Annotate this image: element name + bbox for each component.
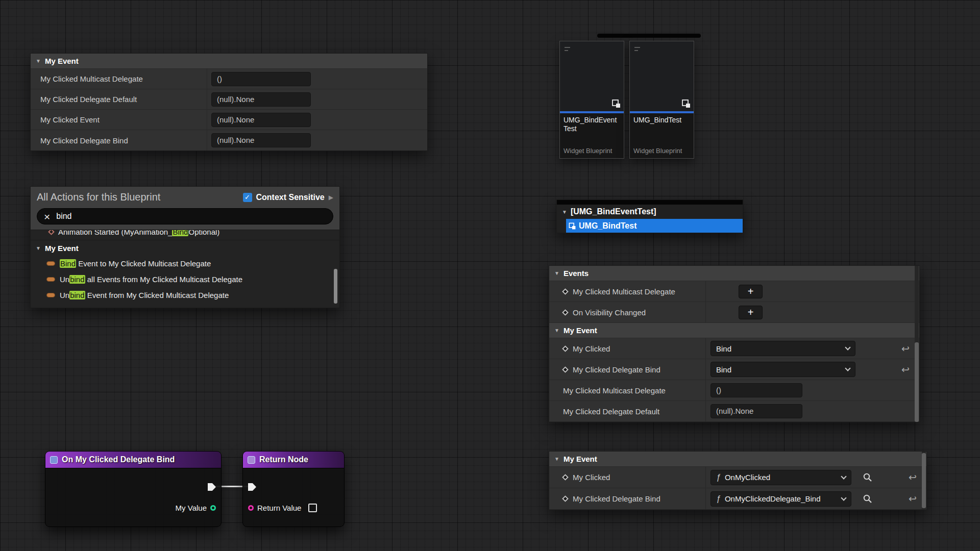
chevron-down-icon [841,473,846,479]
asset-type: Widget Blueprint [633,147,690,155]
search-match-highlight: Bind [60,259,76,268]
event-diamond-icon [562,366,569,373]
event-row: My Clicked Multicast Delegate + [549,281,919,302]
details-panel-function-bindings: ▼ My Event My Clicked ƒ OnMyClicked ↩ My… [549,451,927,510]
chevron-down-icon [841,495,846,500]
actions-menu-header: All Actions for this Blueprint ✓ Context… [31,187,339,230]
content-browser-scrollbar[interactable] [597,34,701,38]
chevron-down-icon [845,365,850,371]
add-event-button[interactable]: + [739,285,763,298]
context-sensitive-checkbox[interactable]: ✓ [243,193,252,202]
scrollbar-thumb[interactable] [334,269,337,304]
bind-dropdown[interactable]: Bind [710,341,855,356]
tree-row-selected[interactable]: UMG_BindTest [557,219,743,233]
reset-to-default-icon[interactable]: ↩ [909,471,917,483]
collapse-triangle-icon: ▼ [562,209,567,215]
category-header-events[interactable]: ▼ Events [549,266,919,281]
property-value-field[interactable]: (null).None [211,113,311,127]
tree-item-label: UMG_BindTest [579,221,636,231]
function-icon: ƒ [716,473,721,482]
asset-thumbnail [560,41,624,111]
bind-dropdown[interactable]: Bind [710,362,855,377]
blueprint-graph-canvas[interactable]: { "icons": { "collapse": "▼", "expand": … [0,0,980,551]
action-item-unbind-event[interactable]: Unbind Event from My Clicked Multicast D… [31,287,339,303]
category-header-my-event[interactable]: ▼ My Event [549,323,919,338]
action-item-unbind-all[interactable]: Unbind all Events from My Clicked Multic… [31,271,339,287]
reset-to-default-icon[interactable]: ↩ [901,343,910,355]
scrollbar-thumb[interactable] [922,453,926,508]
category-header-my-event[interactable]: ▼ My Event [549,452,926,467]
function-dropdown[interactable]: ƒ OnMyClickedDelegate_Bind [710,491,851,507]
actions-category-my-event[interactable]: ▼ My Event [31,240,339,256]
graph-node-return-node[interactable]: Return Node Return Value [242,451,345,527]
clear-search-icon[interactable]: × [44,211,50,222]
category-header-my-event[interactable]: ▼ My Event [31,54,427,69]
property-value-field[interactable]: (null).None [211,92,311,107]
asset-name: UMG_BindTest [633,116,690,124]
binding-row: My Clicked Bind ↩ [549,338,919,359]
detail-row: My Clicked Multicast Delegate () [549,380,919,401]
tree-row-root[interactable]: ▼ [UMG_BindEventTest] [557,205,743,219]
asset-tile-umg-bindtest[interactable]: UMG_BindTest Widget Blueprint [629,41,694,159]
exec-output-pin[interactable] [208,483,216,491]
node-header[interactable]: Return Node [243,452,344,468]
search-query-text: bind [56,212,71,221]
hierarchy-top-bar [557,200,743,205]
context-sensitive-label: Context Sensitive [256,193,325,202]
category-title: My Event [45,57,79,65]
action-item-clipped[interactable]: Animation Started (MyAnimation_BindOptio… [31,230,339,240]
function-icon: ƒ [716,494,721,504]
actions-result-list: Animation Started (MyAnimation_BindOptio… [31,230,339,308]
reset-to-default-icon[interactable]: ↩ [909,493,917,505]
asset-name: UMG_BindEventTest [564,116,620,133]
exec-input-pin[interactable] [248,483,256,491]
property-value-field[interactable]: (null).None [211,133,311,147]
thumbnail-detail [634,50,638,51]
expand-arrow-icon[interactable]: ▶ [329,194,333,201]
node-header[interactable]: On My Clicked Delegate Bind [45,452,221,468]
thumbnail-detail [565,50,568,51]
browse-to-function-icon[interactable] [863,494,872,504]
event-diamond-icon [562,309,569,316]
browse-to-function-icon[interactable] [863,472,872,482]
blueprint-actions-menu: All Actions for this Blueprint ✓ Context… [30,186,340,308]
thumbnail-detail [634,47,640,48]
delegate-icon [46,293,55,297]
return-value-checkbox[interactable] [308,504,317,512]
widget-hierarchy-tree: ▼ [UMG_BindEventTest] UMG_BindTest [556,199,743,233]
actions-search-input[interactable]: × bind [37,208,333,224]
property-value-field[interactable]: () [710,383,802,397]
action-item-bind-event[interactable]: Bind Event to My Clicked Multicast Deleg… [31,256,339,271]
property-label: My Clicked Event [31,115,207,124]
reset-to-default-icon[interactable]: ↩ [901,364,910,375]
event-diamond-icon [48,230,55,235]
collapse-triangle-icon: ▼ [554,456,559,462]
details-panel-my-event: ▼ My Event My Clicked Multicast Delegate… [30,53,428,151]
detail-row: My Clicked Delegate Default (null).None [549,401,919,422]
asset-tile-umg-bindeventtest[interactable]: UMG_BindEventTest Widget Blueprint [559,41,624,159]
chevron-down-icon [845,344,850,350]
widget-blueprint-icon [611,98,621,109]
event-row: On Visibility Changed + [549,302,919,323]
graph-node-on-my-clicked-delegate-bind[interactable]: On My Clicked Delegate Bind My Value [45,451,222,527]
tree-selection-highlight[interactable]: UMG_BindTest [566,219,743,233]
detail-row: My Clicked Multicast Delegate () [31,69,427,89]
function-binding-row: My Clicked ƒ OnMyClicked ↩ [549,467,926,488]
delegate-icon [46,277,55,282]
asset-label: UMG_BindEventTest Widget Blueprint [560,113,624,158]
detail-row: My Clicked Delegate Default (null).None [31,89,427,110]
data-input-pin[interactable] [248,505,254,511]
property-label: My Clicked Multicast Delegate [31,74,207,83]
function-dropdown[interactable]: ƒ OnMyClicked [710,470,851,485]
property-value-field[interactable]: (null).None [710,404,802,418]
search-match-highlight: Bind [172,230,188,236]
property-value-field[interactable]: () [211,72,311,86]
event-diamond-icon [562,495,569,502]
scrollbar-thumb[interactable] [915,342,919,422]
collapse-triangle-icon: ▼ [36,245,41,251]
asset-thumbnail [630,41,694,111]
tree-root-label: [UMG_BindEventTest] [571,207,656,216]
add-event-button[interactable]: + [739,306,763,319]
actions-menu-title: All Actions for this Blueprint [37,191,160,203]
data-output-pin[interactable] [210,505,216,511]
